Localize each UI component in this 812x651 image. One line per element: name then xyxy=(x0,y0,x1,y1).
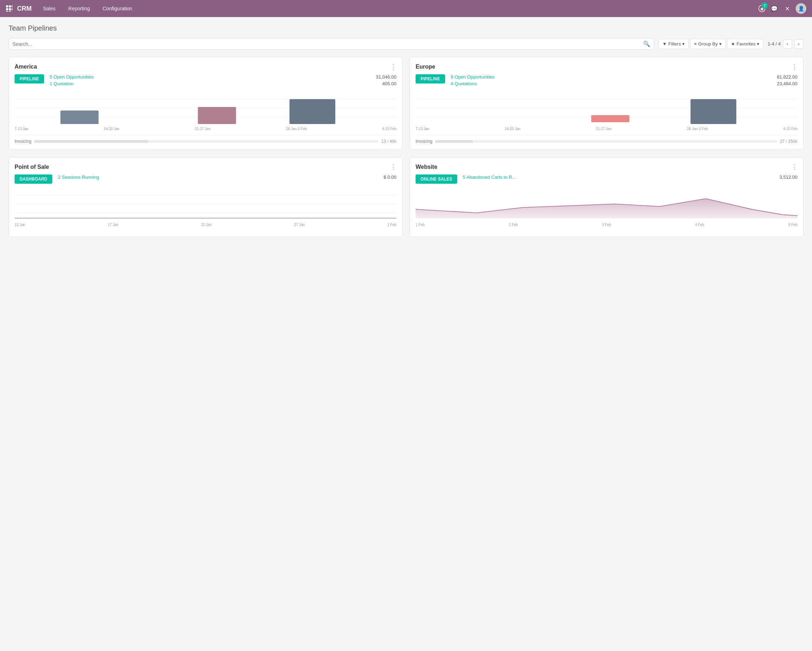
europe-card-body: PIPELINE 9 Open Opportunities 81,822.00 … xyxy=(415,74,797,88)
america-stat-value-1: 405.00 xyxy=(382,81,397,86)
main-content: Team Pipelines 🔍 ▼ Filters ▾ ≡ Group By … xyxy=(0,17,812,244)
europe-menu-icon[interactable]: ⋮ xyxy=(791,63,797,71)
pos-card-header: Point of Sale ⋮ xyxy=(15,163,397,171)
website-chart-labels: 1 Feb 2 Feb 3 Feb 4 Feb 5 Feb xyxy=(415,223,797,227)
europe-progress-fill xyxy=(435,140,473,143)
svg-rect-0 xyxy=(6,5,8,8)
europe-chart xyxy=(415,92,797,124)
filter-bar: ▼ Filters ▾ ≡ Group By ▾ ★ Favorites ▾ 1… xyxy=(658,39,803,49)
america-chart xyxy=(15,92,397,124)
america-card-header: America ⋮ xyxy=(15,63,397,71)
close-icon[interactable]: ✕ xyxy=(783,4,791,13)
europe-chart-labels: 7-13 Jan 14-20 Jan 21-27 Jan 28 Jan-3 Fe… xyxy=(415,127,797,131)
website-menu-icon[interactable]: ⋮ xyxy=(791,163,797,171)
america-progress-bg xyxy=(34,140,378,143)
europe-stat-value-0: 81,822.00 xyxy=(777,74,797,79)
svg-rect-7 xyxy=(9,11,11,12)
pos-stat-label-0[interactable]: 2 Sessions Running xyxy=(58,174,99,180)
nav-configuration[interactable]: Configuration xyxy=(100,4,135,13)
pos-title: Point of Sale xyxy=(15,164,49,170)
groupby-icon: ≡ xyxy=(694,41,697,47)
svg-rect-14 xyxy=(198,107,236,124)
america-title: America xyxy=(15,64,37,70)
website-title: Website xyxy=(415,164,437,170)
america-chart-labels: 7-13 Jan 14-20 Jan 21-27 Jan 28 Jan-3 Fe… xyxy=(15,127,397,131)
website-stat-label-0[interactable]: 5 Abandoned Carts to R... xyxy=(463,174,516,180)
grid-icon[interactable] xyxy=(6,5,13,12)
website-stats: 5 Abandoned Carts to R... 3,512.00 xyxy=(463,174,797,181)
filters-button[interactable]: ▼ Filters ▾ xyxy=(658,39,688,49)
pos-stat-value-0: $ 0.00 xyxy=(384,174,397,180)
pos-chart xyxy=(15,188,397,220)
svg-rect-15 xyxy=(289,99,335,124)
notification-bell[interactable]: ⏰ 7 xyxy=(758,5,766,12)
svg-rect-6 xyxy=(6,11,8,12)
next-page-button[interactable]: › xyxy=(794,40,803,49)
america-progress-fill xyxy=(34,140,148,143)
groupby-button[interactable]: ≡ Group By ▾ xyxy=(690,39,726,49)
svg-rect-1 xyxy=(9,5,11,8)
europe-card-header: Europe ⋮ xyxy=(415,63,797,71)
search-box: 🔍 xyxy=(9,38,654,50)
america-stat-label-0[interactable]: 5 Open Opportunities xyxy=(50,74,94,79)
europe-title: Europe xyxy=(415,64,435,70)
prev-page-button[interactable]: ‹ xyxy=(783,40,792,49)
topnav: CRM Sales Reporting Configuration ⏰ 7 💬 … xyxy=(0,0,812,17)
america-menu-icon[interactable]: ⋮ xyxy=(390,63,397,71)
nav-reporting[interactable]: Reporting xyxy=(66,4,93,13)
svg-rect-13 xyxy=(60,111,98,124)
america-stat-label-1[interactable]: 1 Quotation xyxy=(50,81,73,86)
chat-icon[interactable]: 💬 xyxy=(770,4,778,13)
europe-stat-label-0[interactable]: 9 Open Opportunities xyxy=(451,74,495,79)
pos-menu-icon[interactable]: ⋮ xyxy=(390,163,397,171)
america-invoicing: Invoicing 13 / 40k xyxy=(15,135,397,144)
user-avatar[interactable]: 👤 xyxy=(796,3,806,14)
pos-card: Point of Sale ⋮ DASHBOARD 2 Sessions Run… xyxy=(9,157,403,237)
svg-rect-20 xyxy=(690,99,736,124)
notification-count: 7 xyxy=(762,3,768,9)
pagination: 1-4 / 4 ‹ › xyxy=(768,40,803,49)
topnav-right: ⏰ 7 💬 ✕ 👤 xyxy=(758,3,806,14)
website-card-header: Website ⋮ xyxy=(415,163,797,171)
svg-marker-24 xyxy=(415,199,797,218)
card-grid: America ⋮ PIPELINE 5 Open Opportunities … xyxy=(9,57,803,237)
app-logo: CRM xyxy=(17,5,32,12)
europe-stat-value-1: 23,484.00 xyxy=(777,81,797,86)
nav-sales[interactable]: Sales xyxy=(40,4,58,13)
pos-dashboard-button[interactable]: DASHBOARD xyxy=(15,174,52,184)
pos-card-body: DASHBOARD 2 Sessions Running $ 0.00 xyxy=(15,174,397,184)
svg-rect-19 xyxy=(591,115,629,122)
website-online-sales-button[interactable]: ONLINE SALES xyxy=(415,174,457,184)
website-card-body: ONLINE SALES 5 Abandoned Carts to R... 3… xyxy=(415,174,797,184)
pos-stats: 2 Sessions Running $ 0.00 xyxy=(58,174,397,181)
star-icon: ★ xyxy=(731,41,735,47)
europe-stats: 9 Open Opportunities 81,822.00 4 Quotati… xyxy=(451,74,797,88)
europe-card: Europe ⋮ PIPELINE 9 Open Opportunities 8… xyxy=(409,57,803,150)
nav-menu: Sales Reporting Configuration xyxy=(40,4,135,13)
pos-chart-labels: 12 Jan 17 Jan 22 Jan 27 Jan 1 Feb xyxy=(15,223,397,227)
website-card: Website ⋮ ONLINE SALES 5 Abandoned Carts… xyxy=(409,157,803,237)
america-pipeline-button[interactable]: PIPELINE xyxy=(15,74,44,84)
america-card: America ⋮ PIPELINE 5 Open Opportunities … xyxy=(9,57,403,150)
europe-stat-label-1[interactable]: 4 Quotations xyxy=(451,81,477,86)
search-icon: 🔍 xyxy=(643,41,650,47)
page-title: Team Pipelines xyxy=(9,24,803,32)
search-input[interactable] xyxy=(12,41,643,47)
website-chart xyxy=(415,188,797,220)
svg-rect-2 xyxy=(12,5,12,8)
svg-rect-5 xyxy=(12,8,12,10)
svg-rect-4 xyxy=(9,8,11,10)
svg-rect-3 xyxy=(6,8,8,10)
favorites-button[interactable]: ★ Favorites ▾ xyxy=(727,39,763,49)
website-stat-value-0: 3,512.00 xyxy=(779,174,797,180)
america-stat-value-0: 31,046.00 xyxy=(376,74,397,79)
america-stats: 5 Open Opportunities 31,046.00 1 Quotati… xyxy=(50,74,397,88)
europe-progress-bg xyxy=(435,140,777,143)
search-filter-row: 🔍 ▼ Filters ▾ ≡ Group By ▾ ★ Favorites ▾… xyxy=(9,38,803,50)
europe-pipeline-button[interactable]: PIPELINE xyxy=(415,74,445,84)
europe-invoicing: Invoicing 27 / 250k xyxy=(415,135,797,144)
america-card-body: PIPELINE 5 Open Opportunities 31,046.00 … xyxy=(15,74,397,88)
filter-icon: ▼ xyxy=(662,41,667,47)
